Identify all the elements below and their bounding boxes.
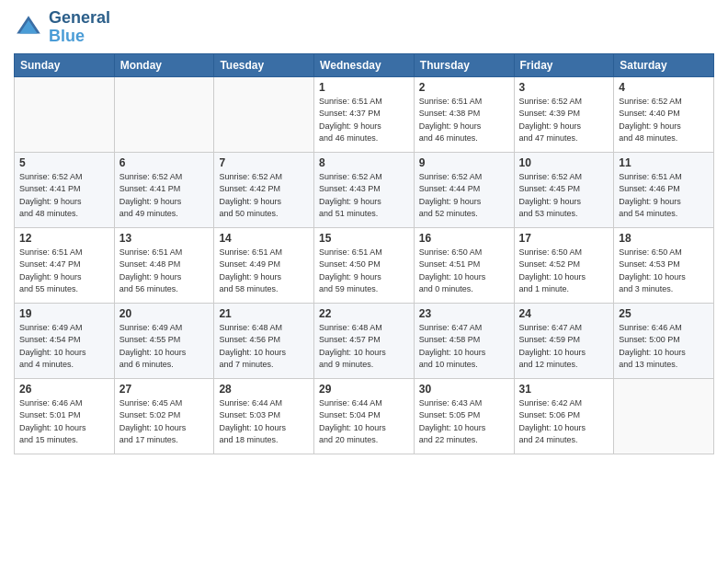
- day-cell: 24Sunrise: 6:47 AM Sunset: 4:59 PM Dayli…: [514, 303, 614, 378]
- day-info: Sunrise: 6:45 AM Sunset: 5:02 PM Dayligh…: [119, 397, 210, 447]
- day-info: Sunrise: 6:47 AM Sunset: 4:58 PM Dayligh…: [419, 322, 509, 372]
- weekday-header-thursday: Thursday: [414, 53, 514, 76]
- day-info: Sunrise: 6:44 AM Sunset: 5:04 PM Dayligh…: [319, 397, 409, 447]
- day-info: Sunrise: 6:51 AM Sunset: 4:49 PM Dayligh…: [219, 247, 309, 296]
- day-number: 9: [419, 156, 509, 169]
- day-number: 8: [319, 156, 409, 169]
- day-info: Sunrise: 6:52 AM Sunset: 4:45 PM Dayligh…: [519, 171, 609, 221]
- day-info: Sunrise: 6:44 AM Sunset: 5:03 PM Dayligh…: [219, 397, 309, 447]
- calendar-page: General Blue SundayMondayTuesdayWednesda…: [0, 0, 728, 563]
- day-number: 31: [519, 383, 609, 396]
- day-cell: 13Sunrise: 6:51 AM Sunset: 4:48 PM Dayli…: [114, 227, 214, 303]
- day-info: Sunrise: 6:51 AM Sunset: 4:46 PM Dayligh…: [619, 171, 709, 221]
- weekday-header-row: SundayMondayTuesdayWednesdayThursdayFrid…: [15, 53, 714, 76]
- day-cell: 23Sunrise: 6:47 AM Sunset: 4:58 PM Dayli…: [414, 303, 514, 378]
- day-number: 2: [419, 81, 509, 94]
- week-row-1: 1Sunrise: 6:51 AM Sunset: 4:37 PM Daylig…: [15, 76, 714, 152]
- day-number: 13: [119, 232, 210, 245]
- day-cell: [214, 76, 314, 152]
- day-number: 7: [219, 156, 309, 169]
- logo-icon: [14, 13, 43, 42]
- weekday-header-tuesday: Tuesday: [214, 53, 314, 76]
- day-cell: 22Sunrise: 6:48 AM Sunset: 4:57 PM Dayli…: [314, 303, 415, 378]
- day-number: 25: [619, 307, 709, 320]
- day-info: Sunrise: 6:52 AM Sunset: 4:41 PM Dayligh…: [19, 171, 109, 221]
- day-cell: 5Sunrise: 6:52 AM Sunset: 4:41 PM Daylig…: [15, 152, 115, 227]
- logo: General Blue: [14, 9, 110, 46]
- day-number: 26: [19, 383, 109, 396]
- day-info: Sunrise: 6:52 AM Sunset: 4:39 PM Dayligh…: [519, 96, 609, 145]
- day-number: 1: [319, 81, 409, 94]
- day-cell: 21Sunrise: 6:48 AM Sunset: 4:56 PM Dayli…: [214, 303, 314, 378]
- day-number: 24: [519, 307, 609, 320]
- day-cell: 10Sunrise: 6:52 AM Sunset: 4:45 PM Dayli…: [514, 152, 614, 227]
- day-number: 22: [319, 307, 409, 320]
- day-info: Sunrise: 6:51 AM Sunset: 4:50 PM Dayligh…: [319, 247, 409, 296]
- day-info: Sunrise: 6:52 AM Sunset: 4:40 PM Dayligh…: [619, 96, 709, 145]
- weekday-header-wednesday: Wednesday: [314, 53, 415, 76]
- weekday-header-friday: Friday: [514, 53, 614, 76]
- day-cell: 25Sunrise: 6:46 AM Sunset: 5:00 PM Dayli…: [614, 303, 714, 378]
- day-info: Sunrise: 6:48 AM Sunset: 4:56 PM Dayligh…: [219, 322, 309, 372]
- day-number: 10: [519, 156, 609, 169]
- day-number: 29: [319, 383, 409, 396]
- week-row-2: 5Sunrise: 6:52 AM Sunset: 4:41 PM Daylig…: [15, 152, 714, 227]
- day-number: 21: [219, 307, 309, 320]
- day-info: Sunrise: 6:46 AM Sunset: 5:01 PM Dayligh…: [19, 397, 109, 447]
- day-info: Sunrise: 6:49 AM Sunset: 4:54 PM Dayligh…: [19, 322, 109, 372]
- day-cell: 19Sunrise: 6:49 AM Sunset: 4:54 PM Dayli…: [15, 303, 115, 378]
- day-info: Sunrise: 6:51 AM Sunset: 4:38 PM Dayligh…: [419, 96, 509, 145]
- day-number: 18: [619, 232, 709, 245]
- day-cell: 26Sunrise: 6:46 AM Sunset: 5:01 PM Dayli…: [15, 378, 115, 454]
- day-cell: 27Sunrise: 6:45 AM Sunset: 5:02 PM Dayli…: [114, 378, 214, 454]
- day-info: Sunrise: 6:50 AM Sunset: 4:52 PM Dayligh…: [519, 247, 609, 296]
- day-info: Sunrise: 6:52 AM Sunset: 4:41 PM Dayligh…: [119, 171, 210, 221]
- day-cell: 11Sunrise: 6:51 AM Sunset: 4:46 PM Dayli…: [614, 152, 714, 227]
- day-cell: [614, 378, 714, 454]
- weekday-header-monday: Monday: [114, 53, 214, 76]
- day-cell: [15, 76, 115, 152]
- day-cell: 28Sunrise: 6:44 AM Sunset: 5:03 PM Dayli…: [214, 378, 314, 454]
- day-cell: 30Sunrise: 6:43 AM Sunset: 5:05 PM Dayli…: [414, 378, 514, 454]
- day-cell: 6Sunrise: 6:52 AM Sunset: 4:41 PM Daylig…: [114, 152, 214, 227]
- week-row-4: 19Sunrise: 6:49 AM Sunset: 4:54 PM Dayli…: [15, 303, 714, 378]
- day-info: Sunrise: 6:51 AM Sunset: 4:47 PM Dayligh…: [19, 247, 109, 296]
- day-cell: 29Sunrise: 6:44 AM Sunset: 5:04 PM Dayli…: [314, 378, 415, 454]
- day-number: 12: [19, 232, 109, 245]
- day-cell: 4Sunrise: 6:52 AM Sunset: 4:40 PM Daylig…: [614, 76, 714, 152]
- day-info: Sunrise: 6:51 AM Sunset: 4:37 PM Dayligh…: [319, 96, 409, 145]
- day-info: Sunrise: 6:46 AM Sunset: 5:00 PM Dayligh…: [619, 322, 709, 372]
- day-info: Sunrise: 6:49 AM Sunset: 4:55 PM Dayligh…: [119, 322, 210, 372]
- day-number: 27: [119, 383, 210, 396]
- day-cell: 12Sunrise: 6:51 AM Sunset: 4:47 PM Dayli…: [15, 227, 115, 303]
- day-cell: 8Sunrise: 6:52 AM Sunset: 4:43 PM Daylig…: [314, 152, 415, 227]
- day-info: Sunrise: 6:42 AM Sunset: 5:06 PM Dayligh…: [519, 397, 609, 447]
- day-cell: 18Sunrise: 6:50 AM Sunset: 4:53 PM Dayli…: [614, 227, 714, 303]
- day-number: 19: [19, 307, 109, 320]
- day-cell: 7Sunrise: 6:52 AM Sunset: 4:42 PM Daylig…: [214, 152, 314, 227]
- logo-text: General Blue: [49, 9, 110, 46]
- day-cell: 3Sunrise: 6:52 AM Sunset: 4:39 PM Daylig…: [514, 76, 614, 152]
- weekday-header-saturday: Saturday: [614, 53, 714, 76]
- day-number: 4: [619, 81, 709, 94]
- day-cell: [114, 76, 214, 152]
- day-cell: 17Sunrise: 6:50 AM Sunset: 4:52 PM Dayli…: [514, 227, 614, 303]
- day-info: Sunrise: 6:51 AM Sunset: 4:48 PM Dayligh…: [119, 247, 210, 296]
- day-cell: 15Sunrise: 6:51 AM Sunset: 4:50 PM Dayli…: [314, 227, 415, 303]
- day-info: Sunrise: 6:43 AM Sunset: 5:05 PM Dayligh…: [419, 397, 509, 447]
- day-info: Sunrise: 6:52 AM Sunset: 4:43 PM Dayligh…: [319, 171, 409, 221]
- day-number: 15: [319, 232, 409, 245]
- header: General Blue: [14, 9, 714, 46]
- day-number: 5: [19, 156, 109, 169]
- day-cell: 9Sunrise: 6:52 AM Sunset: 4:44 PM Daylig…: [414, 152, 514, 227]
- week-row-3: 12Sunrise: 6:51 AM Sunset: 4:47 PM Dayli…: [15, 227, 714, 303]
- day-number: 16: [419, 232, 509, 245]
- day-number: 30: [419, 383, 509, 396]
- day-number: 17: [519, 232, 609, 245]
- day-info: Sunrise: 6:48 AM Sunset: 4:57 PM Dayligh…: [319, 322, 409, 372]
- day-number: 28: [219, 383, 309, 396]
- day-number: 23: [419, 307, 509, 320]
- day-cell: 16Sunrise: 6:50 AM Sunset: 4:51 PM Dayli…: [414, 227, 514, 303]
- day-info: Sunrise: 6:50 AM Sunset: 4:53 PM Dayligh…: [619, 247, 709, 296]
- day-info: Sunrise: 6:50 AM Sunset: 4:51 PM Dayligh…: [419, 247, 509, 296]
